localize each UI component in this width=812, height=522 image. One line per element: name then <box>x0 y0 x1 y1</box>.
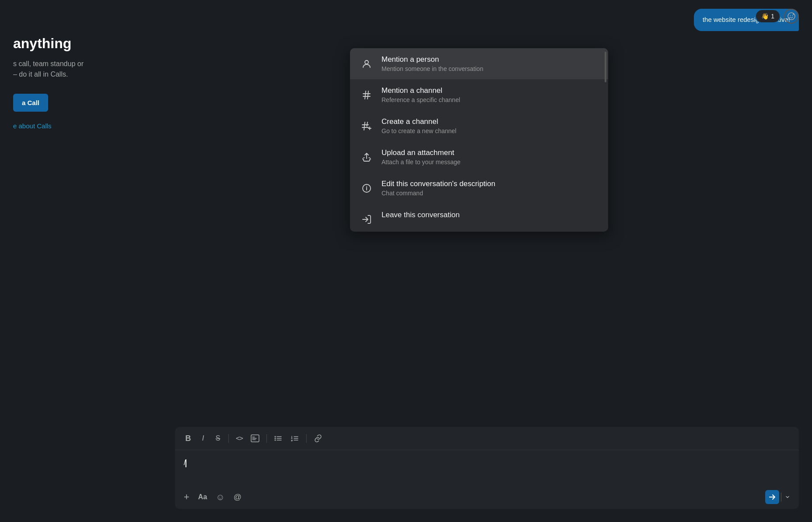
add-reaction-button[interactable] <box>784 9 799 24</box>
menu-item-upload-attachment[interactable]: Upload an attachment Attach a file to yo… <box>350 141 608 173</box>
mention-channel-title: Mention a channel <box>382 86 460 95</box>
cursor-blink <box>186 459 186 467</box>
menu-item-leave-conversation[interactable]: Leave this conversation <box>350 204 608 232</box>
send-area <box>765 490 792 504</box>
composer-input-area[interactable]: / <box>175 450 799 485</box>
menu-item-edit-description[interactable]: Edit this conversation's description Cha… <box>350 173 608 204</box>
mention-person-title: Mention a person <box>382 55 483 64</box>
composer-toolbar: B I S <> <box>175 427 799 450</box>
person-icon <box>359 56 374 72</box>
toolbar-divider-3 <box>306 434 307 443</box>
edit-description-desc: Chat command <box>382 190 495 197</box>
wave-reaction-button[interactable]: 👋 1 <box>755 9 780 23</box>
numbered-list-button[interactable] <box>288 432 302 444</box>
hash-plus-icon <box>359 118 374 134</box>
italic-button[interactable]: I <box>197 432 209 444</box>
left-title: anything <box>13 35 153 52</box>
emoji-button[interactable]: ☺ <box>214 490 226 504</box>
wave-count: 1 <box>771 13 774 20</box>
svg-point-3 <box>365 60 368 64</box>
svg-point-1 <box>790 15 791 16</box>
composer-footer: + Aa ☺ @ <box>175 485 799 509</box>
upload-icon <box>359 149 374 165</box>
reaction-area: 👋 1 <box>755 9 799 24</box>
add-button[interactable]: + <box>182 490 191 504</box>
mention-channel-desc: Reference a specific channel <box>382 96 460 103</box>
leave-conversation-title: Leave this conversation <box>382 211 460 219</box>
menu-item-create-channel[interactable]: Create a channel Go to create a new chan… <box>350 110 608 141</box>
send-divider <box>781 493 781 501</box>
svg-point-9 <box>275 440 276 441</box>
start-call-button[interactable]: a Call <box>13 94 48 112</box>
create-channel-desc: Go to create a new channel <box>382 127 456 134</box>
send-button[interactable] <box>765 490 779 504</box>
svg-point-7 <box>275 436 276 437</box>
edit-description-title: Edit this conversation's description <box>382 180 495 188</box>
mention-person-desc: Mention someone in the conversation <box>382 65 483 72</box>
learn-about-calls-link[interactable]: e about Calls <box>13 122 153 130</box>
quote-button[interactable] <box>248 432 262 444</box>
menu-item-mention-person[interactable]: Mention a person Mention someone in the … <box>350 48 608 79</box>
right-panel: the website redesign initiative! 👋 1 <box>166 0 812 522</box>
message-area: the website redesign initiative! <box>166 0 812 35</box>
dropdown-scrollbar[interactable] <box>605 52 606 82</box>
svg-point-2 <box>792 15 793 16</box>
info-icon <box>359 180 374 196</box>
code-button[interactable]: <> <box>233 432 245 444</box>
menu-item-mention-channel[interactable]: Mention a channel Reference a specific c… <box>350 79 608 110</box>
mention-button[interactable]: @ <box>232 491 243 504</box>
left-panel: anything s call, team standup or – do it… <box>0 0 166 522</box>
wave-emoji: 👋 <box>761 13 769 20</box>
link-button[interactable] <box>311 432 325 444</box>
format-button[interactable]: Aa <box>196 491 209 503</box>
left-subtitle: s call, team standup or – do it all in C… <box>13 59 153 80</box>
create-channel-title: Create a channel <box>382 117 456 126</box>
bullet-list-button[interactable] <box>271 432 285 444</box>
toolbar-divider-1 <box>228 434 229 443</box>
hash-icon <box>359 87 374 103</box>
toolbar-divider-2 <box>266 434 267 443</box>
bold-button[interactable]: B <box>182 432 194 444</box>
svg-point-8 <box>275 438 276 439</box>
svg-point-5 <box>366 186 367 187</box>
leave-icon <box>359 212 374 227</box>
slash-command-dropdown: Mention a person Mention someone in the … <box>350 48 608 232</box>
send-options-button[interactable] <box>783 493 792 501</box>
message-composer: B I S <> <box>175 427 799 509</box>
upload-attachment-title: Upload an attachment <box>382 148 461 157</box>
strikethrough-button[interactable]: S <box>212 432 224 444</box>
upload-attachment-desc: Attach a file to your message <box>382 159 461 166</box>
